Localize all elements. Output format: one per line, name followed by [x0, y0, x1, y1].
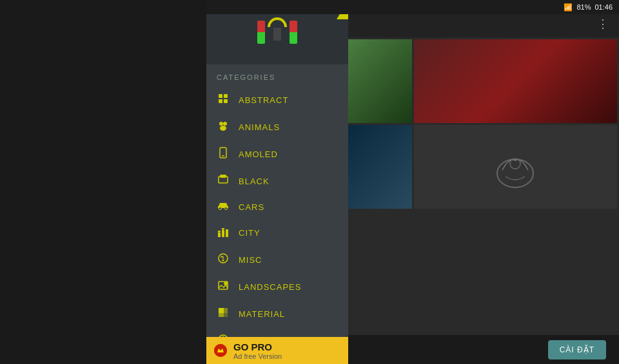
- black-label: BLACK: [239, 177, 270, 186]
- category-item-material[interactable]: MATERIAL: [206, 300, 348, 327]
- abstract-icon: [217, 93, 230, 107]
- svg-point-7: [223, 122, 227, 126]
- svg-point-26: [224, 282, 227, 285]
- tattoo-graphic: [489, 141, 541, 193]
- svg-rect-19: [219, 232, 219, 233]
- material-icon: [217, 307, 230, 321]
- city-icon: [217, 225, 230, 240]
- material-label: MATERIAL: [239, 309, 285, 319]
- svg-point-24: [222, 260, 224, 261]
- pro-crown-icon: [214, 344, 227, 357]
- svg-rect-18: [226, 229, 228, 237]
- go-pro-label: GO PRO: [233, 341, 282, 352]
- category-item-city[interactable]: CITY: [206, 219, 348, 246]
- go-pro-sublabel: Ad free Version: [233, 352, 282, 360]
- wallpaper-thumb-2[interactable]: [414, 39, 618, 123]
- go-pro-text-group: GO PRO Ad free Version: [233, 341, 282, 360]
- more-options-button[interactable]: ⋮: [597, 17, 609, 31]
- landscapes-icon: [217, 280, 230, 294]
- go-pro-icon: [214, 344, 227, 357]
- misc-label: MISC: [239, 255, 262, 265]
- category-item-amoled[interactable]: AMOLED: [206, 140, 348, 168]
- categories-section-label: CATEGORIES: [206, 64, 348, 86]
- app-logo: [257, 21, 297, 44]
- logo-center: [268, 17, 287, 41]
- svg-rect-3: [224, 94, 228, 98]
- svg-rect-16: [218, 231, 221, 237]
- logo-right-bar: [290, 21, 297, 44]
- city-label: CITY: [239, 228, 260, 238]
- left-panel: [0, 0, 206, 364]
- go-pro-banner[interactable]: GO PRO Ad free Version: [206, 337, 348, 364]
- status-signal: 📶: [564, 3, 573, 12]
- svg-rect-5: [224, 99, 228, 103]
- logo-left-bar-top: [257, 21, 265, 32]
- abstract-label: ABSTRACT: [239, 95, 288, 105]
- navigation-drawer: CATEGORIES ABSTRACT ANIMALS: [206, 0, 348, 364]
- category-item-animals[interactable]: ANIMALS: [206, 113, 348, 140]
- amoled-label: AMOLED: [239, 149, 278, 159]
- svg-point-15: [225, 207, 228, 210]
- svg-rect-2: [219, 94, 222, 98]
- cars-label: CARS: [239, 202, 264, 212]
- svg-point-14: [219, 207, 222, 210]
- cars-icon: [217, 201, 230, 213]
- category-item-misc[interactable]: MISC: [206, 246, 348, 273]
- black-icon: [217, 174, 230, 188]
- status-battery: 81%: [576, 3, 591, 11]
- svg-rect-21: [222, 229, 223, 230]
- misc-icon: [217, 253, 230, 267]
- category-item-cars[interactable]: CARS: [206, 195, 348, 219]
- category-item-black[interactable]: BLACK: [206, 168, 348, 195]
- svg-rect-22: [224, 229, 224, 230]
- status-bar: 📶 81% 01:46: [206, 0, 619, 14]
- svg-point-0: [497, 159, 533, 187]
- category-list: ABSTRACT ANIMALS AMOLED: [206, 86, 348, 364]
- status-time: 01:46: [594, 3, 613, 11]
- install-button[interactable]: CÀI ĐẶT: [548, 340, 606, 359]
- animals-label: ANIMALS: [239, 122, 280, 132]
- svg-rect-20: [220, 232, 221, 233]
- amoled-icon: [217, 147, 230, 161]
- svg-point-6: [219, 122, 223, 126]
- logo-arc: [268, 17, 287, 27]
- animals-icon: [217, 120, 230, 134]
- logo-right-bar-top: [290, 21, 297, 32]
- category-item-landscapes[interactable]: LANDSCAPES: [206, 273, 348, 300]
- logo-left-bar-bottom: [257, 32, 265, 44]
- logo-left-bar: [257, 21, 265, 44]
- svg-rect-4: [219, 99, 222, 103]
- landscapes-label: LANDSCAPES: [239, 282, 301, 292]
- svg-point-8: [220, 126, 226, 131]
- category-item-abstract[interactable]: ABSTRACT: [206, 86, 348, 113]
- wallpaper-thumb-4[interactable]: [414, 125, 618, 209]
- logo-stem: [273, 28, 281, 41]
- logo-right-bar-bottom: [290, 32, 297, 44]
